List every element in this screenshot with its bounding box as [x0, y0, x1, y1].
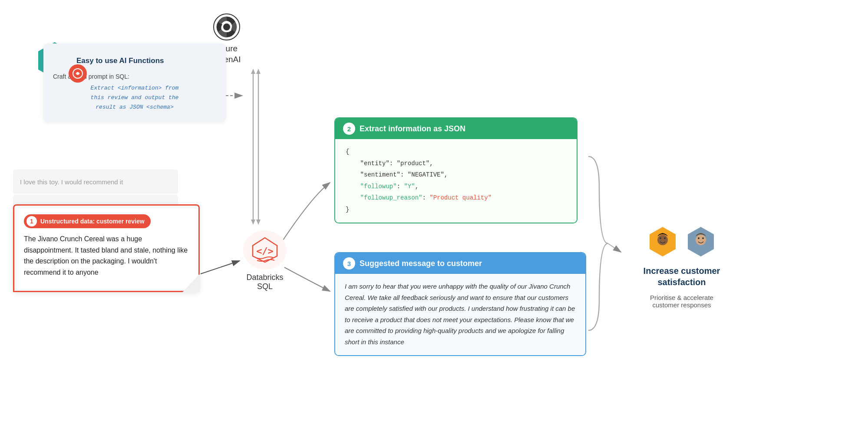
databricks-box: </> Databricks SQL	[243, 230, 287, 291]
satisfaction-title: Increase customer satisfaction	[644, 265, 720, 288]
svg-point-24	[660, 237, 661, 239]
ai-card-title: Easy to use AI Functions	[76, 57, 164, 65]
databricks-icon: </>	[243, 230, 287, 270]
ai-icon-badge	[69, 64, 87, 83]
review-card-badge: 1 Unstructured data: customer review	[24, 214, 151, 228]
svg-marker-9	[256, 220, 261, 225]
json-box-body: { "entity": "product", "sentiment": "NEG…	[335, 139, 577, 223]
svg-point-23	[657, 235, 668, 245]
review-text: The Jivano Crunch Cereal was a huge disa…	[24, 233, 189, 278]
svg-point-28	[698, 237, 700, 239]
avatar-yellow	[647, 226, 678, 259]
ai-card-code: Extract <information> from this review a…	[53, 83, 216, 112]
svg-point-25	[664, 237, 666, 239]
step-1-badge: 1	[26, 216, 37, 226]
svg-line-10	[201, 261, 240, 274]
review-card: 1 Unstructured data: customer review The…	[13, 204, 200, 292]
review-bg-card-1: I love this toy. I would recommend it	[13, 170, 178, 194]
openai-icon	[213, 13, 241, 41]
satisfaction-subtitle: Prioritise & accelerate customer respons…	[650, 294, 713, 309]
suggested-message-box: 3 Suggested message to customer I am sor…	[334, 252, 586, 356]
svg-point-29	[702, 237, 704, 239]
step-3-badge: 3	[343, 257, 355, 270]
step-2-badge: 2	[343, 123, 355, 135]
canvas: { "azure": { "label": "Azure\nOpenAI" },…	[0, 0, 868, 426]
svg-point-13	[223, 23, 230, 30]
json-extract-box: 2 Extract information as JSON { "entity"…	[334, 117, 578, 223]
ai-functions-card: Easy to use AI Functions Craft & send pr…	[43, 43, 226, 122]
svg-point-19	[76, 72, 79, 75]
svg-point-27	[696, 235, 706, 245]
avatars-row	[647, 226, 716, 259]
satisfaction-box: Increase customer satisfaction Prioritis…	[621, 226, 743, 309]
svg-marker-6	[251, 220, 255, 225]
svg-marker-5	[251, 69, 255, 74]
msg-box-header: 3 Suggested message to customer	[335, 253, 585, 274]
svg-line-11	[608, 243, 621, 252]
databricks-label: Databricks SQL	[246, 273, 283, 291]
json-box-header: 2 Extract information as JSON	[335, 118, 577, 139]
svg-marker-8	[256, 69, 261, 74]
msg-box-body: I am sorry to hear that you were unhappy…	[335, 274, 585, 355]
avatar-blue	[685, 226, 716, 259]
svg-text:</>: </>	[256, 246, 274, 256]
